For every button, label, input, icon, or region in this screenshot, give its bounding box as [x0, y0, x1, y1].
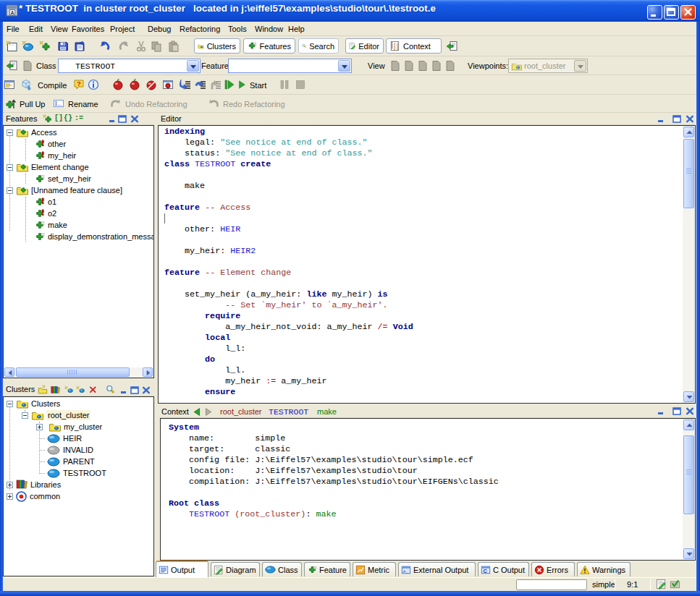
- svg-text:A: A: [11, 10, 14, 15]
